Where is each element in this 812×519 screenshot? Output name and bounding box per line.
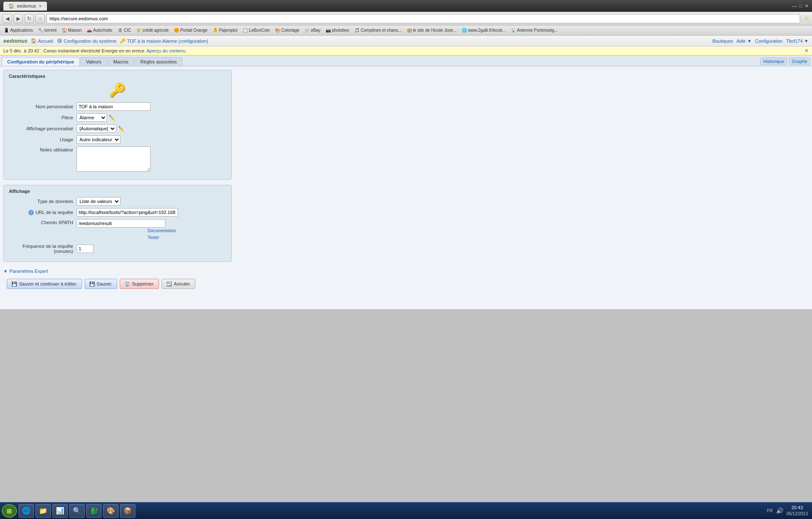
browser-toolbar: ◀ ▶ ↻ ⌂ ☆ <box>0 12 812 25</box>
photobox-icon: 📷 <box>326 28 331 33</box>
affichage-personnalise-row: Affichage personnalisé [Automatique] Oui… <box>9 124 226 133</box>
contenu-link[interactable]: du contenu. <box>162 48 187 53</box>
tab-bar-right: Historique Graphe <box>760 58 810 66</box>
notes-textarea[interactable] <box>77 146 151 172</box>
freq-row: Fréquence de la requête (minutes) <box>9 244 226 254</box>
back-button[interactable]: ◀ <box>3 14 12 23</box>
bookmark-coloriage[interactable]: 🎨 Coloriage <box>273 27 302 33</box>
expert-section[interactable]: ▼ Paramètres Expert <box>3 267 809 275</box>
piece-label: Pièce <box>9 115 77 120</box>
bookmark-torrent[interactable]: 🔧 torrent <box>36 27 59 33</box>
star-icon[interactable]: ☆ <box>804 14 809 22</box>
bookmark-comptines[interactable]: 🎵 Comptines et chans... <box>352 27 404 33</box>
url-info-icon[interactable]: i <box>28 210 34 215</box>
notification-close-icon[interactable]: ✕ <box>804 48 809 54</box>
nom-personnalise-input[interactable] <box>77 102 151 111</box>
home-button[interactable]: ⌂ <box>36 14 45 23</box>
action-bar: 💾 Sauver et continuer à éditer. 💾 Sauver… <box>3 275 809 292</box>
cancel-button[interactable]: ↩️ Annuler. <box>162 279 195 289</box>
tab-config-peripherique[interactable]: Configuration du périphérique <box>2 57 80 66</box>
tester-link[interactable]: Tester <box>148 235 159 240</box>
aide-link[interactable]: Aide ▼ <box>736 38 752 44</box>
comptines-icon: 🎵 <box>354 28 359 33</box>
pajemploi-icon: 👶 <box>213 28 218 33</box>
tof-nav-icon: 🔑 <box>120 38 126 44</box>
address-bar[interactable] <box>47 14 800 23</box>
app-logo[interactable]: eedomus <box>3 38 27 44</box>
bookmark-credit-agricole[interactable]: 🌾 crédit agricole <box>134 27 171 33</box>
tab-macros[interactable]: Macros <box>108 57 134 66</box>
bookmark-photobox[interactable]: 📷 photobox <box>324 27 351 33</box>
piece-edit-icon[interactable]: ✏️ <box>109 115 115 121</box>
caracteristiques-title: Caractéristiques <box>9 74 226 79</box>
type-donnees-row: Type de données Liste de valeurs Numériq… <box>9 197 226 206</box>
affichage-edit-icon[interactable]: ✏️ <box>118 126 124 132</box>
orange-icon: 🟠 <box>174 28 179 33</box>
nav-accueil[interactable]: 🏠 Accueil <box>31 38 53 44</box>
boutiques-link[interactable]: Boutiques <box>712 38 733 44</box>
nom-personnalise-label: Nom personnalisé <box>9 104 77 109</box>
credit-icon: 🌾 <box>136 28 141 33</box>
tab-title: eedomus <box>17 3 36 8</box>
save-icon: 💾 <box>89 281 95 287</box>
xpath-label: Chemin XPATH <box>9 219 77 225</box>
url-input[interactable] <box>77 208 178 217</box>
device-icon-area: 🔑 <box>9 82 226 98</box>
graphe-button[interactable]: Graphe <box>789 58 810 65</box>
bookmarks-bar: 📱 Applications 🔧 torrent 🏠 Maison 🚗 Auto… <box>0 25 812 36</box>
config-nav-icon: ⚙️ <box>57 38 63 44</box>
freq-label: Fréquence de la requête (minutes) <box>9 244 77 254</box>
historique-button[interactable]: Historique <box>760 58 787 65</box>
piece-select[interactable]: Alarme Salon Cuisine Chambre Extérieur <box>77 113 107 122</box>
antenne-icon: 📡 <box>511 28 516 33</box>
home-nav-icon: 🏠 <box>31 38 37 44</box>
freq-input[interactable] <box>77 244 93 253</box>
bookmark-pajemploi[interactable]: 👶 Pajemploi <box>211 27 240 33</box>
usage-label: Usage <box>9 137 77 142</box>
apercu-link[interactable]: Aperçu <box>146 48 161 53</box>
refresh-button[interactable]: ↻ <box>25 14 34 23</box>
window-close-icon[interactable]: ✕ <box>805 3 809 9</box>
nav-tof[interactable]: 🔑 TOF à la maison Alarme (configuration) <box>120 38 208 44</box>
bookmark-leboncoin[interactable]: 📋 LeBonCoin <box>241 27 272 33</box>
save-continue-button[interactable]: 💾 Sauver et continuer à éditer. <box>7 279 82 289</box>
url-label: i URL de la requête <box>9 210 77 215</box>
bookmark-auto[interactable]: 🚗 Auto/moto <box>85 27 115 33</box>
content-body: Caractéristiques 🔑 Nom personnalisé Pièc… <box>0 66 812 296</box>
forward-button[interactable]: ▶ <box>14 14 23 23</box>
browser-tab[interactable]: 🏠 eedomus ✕ <box>3 2 47 11</box>
bookmark-maison[interactable]: 🏠 Maison <box>60 27 84 33</box>
bookmark-antenne[interactable]: 📡 Antenne Portenseig... <box>509 27 560 33</box>
type-donnees-select[interactable]: Liste de valeurs Numérique Texte <box>77 197 121 206</box>
tab-close-icon[interactable]: ✕ <box>38 4 42 8</box>
bookmark-cic[interactable]: 🏦 CIC <box>115 27 133 33</box>
tab-valeurs[interactable]: Valeurs <box>80 57 107 66</box>
delete-button[interactable]: 🗑️ Supprimer. <box>120 279 159 289</box>
tab-regles-associees[interactable]: Règles associées <box>135 57 182 66</box>
xpath-input[interactable] <box>77 219 165 228</box>
user-link[interactable]: Titof174 ▼ <box>786 38 809 44</box>
bookmark-applications[interactable]: 📱 Applications <box>2 27 35 33</box>
nav-config-sys[interactable]: ⚙️ Configuration du système <box>57 38 117 44</box>
config-link[interactable]: Configuration <box>755 38 782 44</box>
device-icon[interactable]: 🔑 <box>109 82 126 98</box>
nom-personnalise-row: Nom personnalisé <box>9 102 226 111</box>
affichage-personnalise-select[interactable]: [Automatique] Oui Non <box>77 124 116 133</box>
notes-row: Notes utilisateur <box>9 146 226 172</box>
type-donnees-label: Type de données <box>9 199 77 204</box>
save-button[interactable]: 💾 Sauver. <box>85 279 117 289</box>
notification-text: Le 5 déc. à 20:42 : Conso instantané éle… <box>3 48 187 53</box>
tab-icon: 🏠 <box>8 3 14 9</box>
ecole-icon: 🏫 <box>407 28 412 33</box>
usage-row: Usage Autre indicateur Capteur Actionneu… <box>9 135 226 144</box>
delete-icon: 🗑️ <box>124 281 130 287</box>
bookmark-2galli[interactable]: 🌐 www.2galli.fr/bouti... <box>460 27 508 33</box>
coloriage-icon: 🎨 <box>275 28 280 33</box>
bookmark-orange[interactable]: 🟠 Portail Orange <box>172 27 209 33</box>
window-minimize-icon[interactable]: — <box>792 3 797 9</box>
window-maximize-icon[interactable]: □ <box>799 3 802 9</box>
documentation-link[interactable]: Documentation <box>148 228 176 233</box>
bookmark-ecole[interactable]: 🏫 le site de l'école Jose... <box>405 27 459 33</box>
bookmark-ebay[interactable]: 🛒 eBay <box>302 27 323 33</box>
usage-select[interactable]: Autre indicateur Capteur Actionneur <box>77 135 121 144</box>
